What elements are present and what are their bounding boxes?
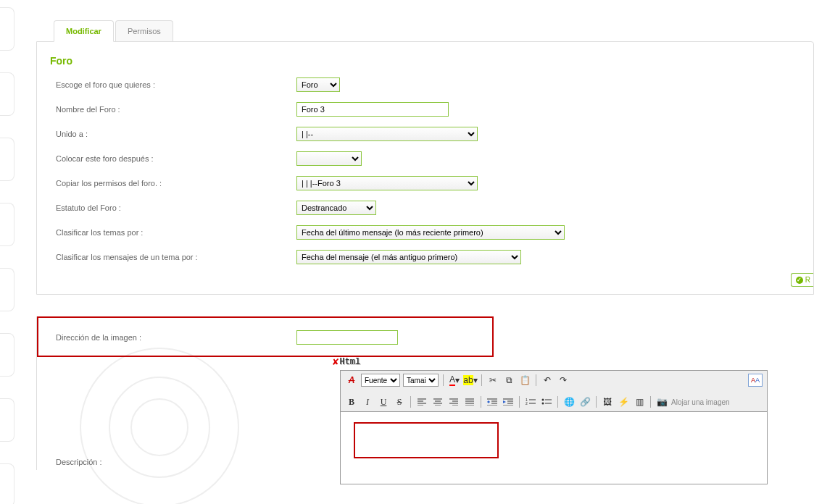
cut-icon[interactable]: ✂ — [486, 374, 499, 387]
panel-title: Foro — [50, 55, 813, 67]
align-justify-icon[interactable] — [463, 395, 476, 408]
label-copiar: Copiar los permisos del foro. : — [50, 179, 296, 188]
tab-modificar[interactable]: Modificar — [54, 20, 114, 42]
flash-icon[interactable]: ⚡ — [617, 395, 630, 408]
align-center-icon[interactable] — [431, 395, 444, 408]
highlight-color-icon[interactable]: ab▾ — [464, 374, 477, 387]
svg-marker-23 — [503, 400, 506, 403]
status-chip[interactable]: ✓ R — [791, 273, 813, 287]
svg-marker-17 — [487, 400, 490, 402]
redo-icon[interactable]: ↷ — [557, 374, 570, 387]
image-icon[interactable]: 🖼 — [601, 395, 614, 408]
label-clasificar-temas: Clasificar los temas por : — [50, 228, 296, 237]
svg-text:2: 2 — [526, 401, 528, 406]
rich-text-editor: A Fuente Tamai A▾ ab▾ ✂ ⧉ 📋 ↶ ↷ AA B I U — [340, 370, 768, 484]
bold-icon[interactable]: B — [345, 395, 358, 408]
indent-icon[interactable] — [502, 395, 515, 408]
editor-toolbar: A Fuente Tamai A▾ ab▾ ✂ ⧉ 📋 ↶ ↷ AA B I U — [341, 371, 767, 411]
unordered-list-icon[interactable] — [540, 395, 553, 408]
select-unido-a[interactable]: | |-- — [296, 127, 478, 141]
media-icon[interactable]: ▥ — [633, 395, 646, 408]
status-text: R — [805, 276, 810, 284]
label-escoge: Escoge el foro que quieres : — [50, 80, 296, 89]
tab-permisos[interactable]: Permisos — [115, 20, 173, 42]
check-icon: ✓ — [796, 277, 803, 284]
svg-marker-18 — [487, 402, 490, 403]
unlink-icon[interactable]: 🔗 — [578, 395, 591, 408]
sidebar-decoration — [0, 0, 22, 504]
copy-icon[interactable]: ⧉ — [502, 374, 515, 387]
label-nombre: Nombre del Foro : — [50, 105, 296, 114]
outdent-icon[interactable] — [486, 395, 499, 408]
font-select[interactable]: Fuente — [361, 374, 400, 387]
ordered-list-icon[interactable]: 12 — [524, 395, 537, 408]
expand-toolbar-icon[interactable]: AA — [748, 374, 763, 387]
size-select[interactable]: Tamai — [403, 374, 439, 387]
panel-foro: Foro Escoge el foro que quieres : Foro N… — [36, 41, 814, 295]
select-copiar-permisos[interactable]: | | |--Foro 3 — [296, 176, 478, 190]
svg-point-31 — [542, 399, 544, 401]
camera-icon[interactable]: 📷 — [655, 395, 668, 408]
strike-icon[interactable]: S — [393, 395, 406, 408]
underline-icon[interactable]: U — [377, 395, 390, 408]
link-icon[interactable]: 🌐 — [562, 395, 576, 408]
label-direccion-imagen: Dirección de la imagen : — [50, 333, 296, 342]
italic-icon[interactable]: I — [361, 395, 374, 408]
select-clasificar-mensajes[interactable]: Fecha del mensaje (el más antiguo primer… — [296, 250, 521, 264]
label-unido: Unido a : — [50, 130, 296, 138]
section-descripcion: Dirección de la imagen : ✘ Html Descripc… — [36, 316, 814, 470]
select-colocar-despues[interactable] — [296, 151, 362, 166]
select-estatuto[interactable]: Destrancado — [296, 201, 376, 215]
html-badge: ✘ Html — [333, 356, 360, 368]
svg-point-33 — [542, 403, 544, 405]
input-direccion-imagen[interactable] — [296, 330, 398, 345]
highlight-box-2 — [354, 422, 499, 458]
label-clasificar-mensajes: Clasificar los mensajes de un tema por : — [50, 253, 296, 261]
html-badge-text: Html — [339, 357, 360, 367]
x-icon: ✘ — [333, 356, 339, 368]
tab-bar: Modificar Permisos — [54, 20, 814, 42]
select-escoge-foro[interactable]: Foro — [296, 77, 340, 92]
label-colocar: Colocar este foro después : — [50, 154, 296, 163]
align-right-icon[interactable] — [447, 395, 460, 408]
editor-content-area[interactable] — [341, 411, 767, 484]
select-clasificar-temas[interactable]: Fecha del último mensaje (lo más recient… — [296, 225, 565, 240]
upload-image-label[interactable]: Alojar una imagen — [671, 398, 730, 406]
undo-icon[interactable]: ↶ — [541, 374, 554, 387]
label-estatuto: Estatuto del Foro : — [50, 203, 296, 212]
label-descripcion: Descripción : — [50, 458, 296, 466]
input-nombre-foro[interactable] — [296, 102, 449, 117]
paste-icon[interactable]: 📋 — [518, 374, 531, 387]
align-left-icon[interactable] — [415, 395, 428, 408]
font-color-icon[interactable]: A▾ — [448, 374, 461, 387]
clear-formatting-icon[interactable]: A — [345, 374, 358, 387]
